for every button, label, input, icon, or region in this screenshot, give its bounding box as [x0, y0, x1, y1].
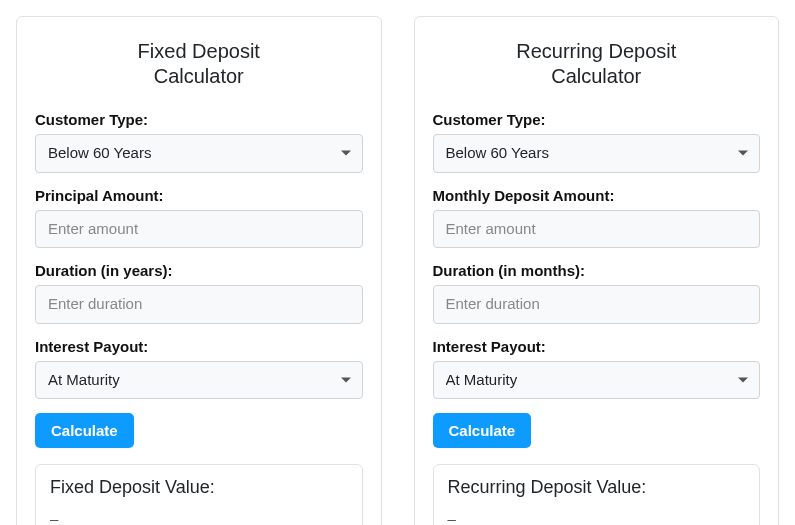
- rd-result-value: –: [448, 510, 746, 525]
- rd-duration-input[interactable]: [433, 285, 761, 324]
- rd-monthly-label: Monthly Deposit Amount:: [433, 187, 761, 204]
- fd-title-line2: Calculator: [154, 65, 244, 87]
- fd-result-box: Fixed Deposit Value: –: [35, 464, 363, 525]
- rd-result-box: Recurring Deposit Value: –: [433, 464, 761, 525]
- fd-principal-label: Principal Amount:: [35, 187, 363, 204]
- fd-duration-input[interactable]: [35, 285, 363, 324]
- rd-payout-select[interactable]: At Maturity: [433, 361, 761, 400]
- rd-customer-type-select[interactable]: Below 60 Years: [433, 134, 761, 173]
- rd-customer-type-label: Customer Type:: [433, 111, 761, 128]
- fixed-deposit-card: Fixed Deposit Calculator Customer Type: …: [16, 16, 382, 525]
- calculator-row: Fixed Deposit Calculator Customer Type: …: [16, 16, 779, 525]
- fd-result-value: –: [50, 510, 348, 525]
- rd-calculate-button[interactable]: Calculate: [433, 413, 532, 448]
- fd-duration-label: Duration (in years):: [35, 262, 363, 279]
- fd-customer-type-label: Customer Type:: [35, 111, 363, 128]
- fd-payout-select[interactable]: At Maturity: [35, 361, 363, 400]
- fd-title: Fixed Deposit Calculator: [35, 39, 363, 89]
- fd-customer-type-select[interactable]: Below 60 Years: [35, 134, 363, 173]
- rd-payout-label: Interest Payout:: [433, 338, 761, 355]
- fd-payout-label: Interest Payout:: [35, 338, 363, 355]
- rd-title-line1: Recurring Deposit: [516, 40, 676, 62]
- fd-result-title: Fixed Deposit Value:: [50, 477, 348, 498]
- rd-monthly-input[interactable]: [433, 210, 761, 249]
- rd-title: Recurring Deposit Calculator: [433, 39, 761, 89]
- fd-calculate-button[interactable]: Calculate: [35, 413, 134, 448]
- rd-duration-label: Duration (in months):: [433, 262, 761, 279]
- rd-result-title: Recurring Deposit Value:: [448, 477, 746, 498]
- fd-title-line1: Fixed Deposit: [138, 40, 260, 62]
- rd-title-line2: Calculator: [551, 65, 641, 87]
- fd-principal-input[interactable]: [35, 210, 363, 249]
- recurring-deposit-card: Recurring Deposit Calculator Customer Ty…: [414, 16, 780, 525]
